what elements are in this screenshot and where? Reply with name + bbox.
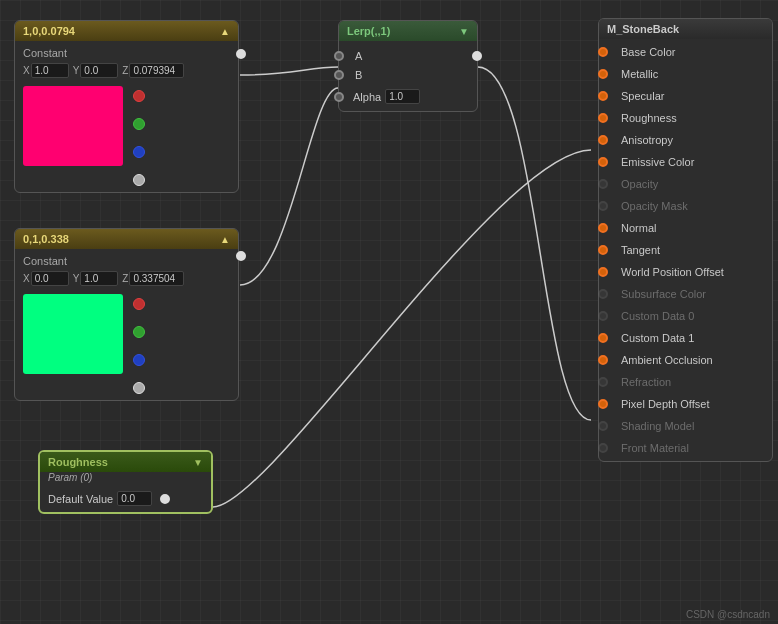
custom-data-1-pin[interactable] xyxy=(598,333,608,343)
z-label-2: Z xyxy=(122,273,128,284)
mat-pin-emissive: Emissive Color xyxy=(599,151,772,173)
mat-pin-subsurface: Subsurface Color xyxy=(599,283,772,305)
wpo-label: World Position Offset xyxy=(621,266,724,278)
green-pin-2[interactable] xyxy=(133,326,145,338)
watermark-handle: @csdncadn xyxy=(717,609,770,620)
lerp-alpha-input[interactable] xyxy=(385,89,420,104)
roughness-label: Roughness xyxy=(621,112,677,124)
lerp-alpha-label: Alpha xyxy=(353,91,381,103)
white-pin-2[interactable] xyxy=(133,382,145,394)
front-material-pin[interactable] xyxy=(598,443,608,453)
y-label-2: Y xyxy=(73,273,80,284)
lerp-title: Lerp(,,1) xyxy=(347,25,390,37)
mat-pin-base-color: Base Color xyxy=(599,41,772,63)
subsurface-pin[interactable] xyxy=(598,289,608,299)
mat-pin-tangent: Tangent xyxy=(599,239,772,261)
shading-model-label: Shading Model xyxy=(621,420,694,432)
refraction-pin[interactable] xyxy=(598,377,608,387)
roughness-pin[interactable] xyxy=(598,113,608,123)
tangent-label: Tangent xyxy=(621,244,660,256)
mat-pin-ao: Ambient Occlusion xyxy=(599,349,772,371)
x-input-1[interactable] xyxy=(31,63,69,78)
mat-pin-metallic: Metallic xyxy=(599,63,772,85)
mat-pin-normal: Normal xyxy=(599,217,772,239)
mat-pin-front-material: Front Material xyxy=(599,437,772,459)
lerp-a-left-pin[interactable] xyxy=(334,51,344,61)
color-swatch-1 xyxy=(23,86,123,166)
base-color-pin[interactable] xyxy=(598,47,608,57)
constant2-label: Constant xyxy=(23,255,67,267)
anisotropy-pin[interactable] xyxy=(598,135,608,145)
refraction-label: Refraction xyxy=(621,376,671,388)
emissive-label: Emissive Color xyxy=(621,156,694,168)
mat-pin-anisotropy: Anisotropy xyxy=(599,129,772,151)
tangent-pin[interactable] xyxy=(598,245,608,255)
roughness-param-collapse[interactable]: ▼ xyxy=(193,457,203,468)
color-swatch-2 xyxy=(23,294,123,374)
blue-pin-2[interactable] xyxy=(133,354,145,366)
x-label-2: X xyxy=(23,273,30,284)
mat-pin-custom-data-0: Custom Data 0 xyxy=(599,305,772,327)
watermark: CSDN @csdncadn xyxy=(686,609,770,620)
shading-model-pin[interactable] xyxy=(598,421,608,431)
roughness-param-title: Roughness xyxy=(48,456,108,468)
roughness-output-pin[interactable] xyxy=(160,494,170,504)
opacity-mask-pin[interactable] xyxy=(598,201,608,211)
normal-pin[interactable] xyxy=(598,223,608,233)
y-label-1: Y xyxy=(73,65,80,76)
constant1-output-pin[interactable] xyxy=(236,49,246,59)
metallic-pin[interactable] xyxy=(598,69,608,79)
opacity-mask-label: Opacity Mask xyxy=(621,200,688,212)
watermark-site: CSDN xyxy=(686,609,717,620)
emissive-pin[interactable] xyxy=(598,157,608,167)
base-color-label: Base Color xyxy=(621,46,675,58)
constant-node-2-header: 0,1,0.338 ▲ xyxy=(15,229,238,249)
opacity-label: Opacity xyxy=(621,178,658,190)
mat-pin-refraction: Refraction xyxy=(599,371,772,393)
green-pin-1[interactable] xyxy=(133,118,145,130)
constant-node-1-title: 1,0,0.0794 xyxy=(23,25,75,37)
constant-node-1-header: 1,0,0.0794 ▲ xyxy=(15,21,238,41)
material-node: M_StoneBack Base Color Metallic Specular… xyxy=(598,18,773,462)
roughness-default-input[interactable] xyxy=(117,491,152,506)
material-header: M_StoneBack xyxy=(599,19,772,39)
mat-pin-roughness: Roughness xyxy=(599,107,772,129)
constant2-output-pin[interactable] xyxy=(236,251,246,261)
constant-node-2-title: 0,1,0.338 xyxy=(23,233,69,245)
white-pin-1[interactable] xyxy=(133,174,145,186)
z-input-2[interactable] xyxy=(129,271,184,286)
lerp-alpha-pin[interactable] xyxy=(334,92,344,102)
y-input-1[interactable] xyxy=(80,63,118,78)
opacity-pin[interactable] xyxy=(598,179,608,189)
custom-data-0-pin[interactable] xyxy=(598,311,608,321)
roughness-subtitle: Param (0) xyxy=(40,472,211,487)
metallic-label: Metallic xyxy=(621,68,658,80)
material-pins-container: Base Color Metallic Specular Roughness A… xyxy=(599,39,772,461)
specular-label: Specular xyxy=(621,90,664,102)
anisotropy-label: Anisotropy xyxy=(621,134,673,146)
mat-pin-wpo: World Position Offset xyxy=(599,261,772,283)
ao-pin[interactable] xyxy=(598,355,608,365)
roughness-default-label: Default Value xyxy=(48,493,113,505)
red-pin-1[interactable] xyxy=(133,90,145,102)
ao-label: Ambient Occlusion xyxy=(621,354,713,366)
constant-node-2-collapse[interactable]: ▲ xyxy=(220,234,230,245)
mat-pin-shading-model: Shading Model xyxy=(599,415,772,437)
mat-pin-custom-data-1: Custom Data 1 xyxy=(599,327,772,349)
blue-pin-1[interactable] xyxy=(133,146,145,158)
lerp-a-right-pin[interactable] xyxy=(472,51,482,61)
lerp-collapse[interactable]: ▼ xyxy=(459,26,469,37)
constant-node-2: 0,1,0.338 ▲ Constant X Y Z xyxy=(14,228,239,401)
z-input-1[interactable] xyxy=(129,63,184,78)
constant-node-1-collapse[interactable]: ▲ xyxy=(220,26,230,37)
roughness-param-node: Roughness ▼ Param (0) Default Value xyxy=(38,450,213,514)
specular-pin[interactable] xyxy=(598,91,608,101)
red-pin-2[interactable] xyxy=(133,298,145,310)
y-input-2[interactable] xyxy=(80,271,118,286)
pixel-depth-pin[interactable] xyxy=(598,399,608,409)
x-input-2[interactable] xyxy=(31,271,69,286)
mat-pin-specular: Specular xyxy=(599,85,772,107)
wpo-pin[interactable] xyxy=(598,267,608,277)
lerp-b-left-pin[interactable] xyxy=(334,70,344,80)
custom-data-0-label: Custom Data 0 xyxy=(621,310,694,322)
